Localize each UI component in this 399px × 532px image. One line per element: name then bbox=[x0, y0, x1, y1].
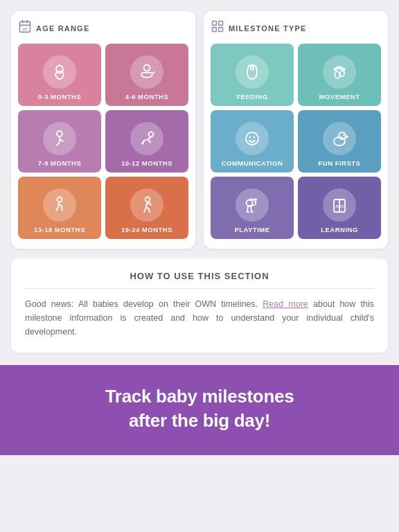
svg-point-6 bbox=[144, 65, 150, 71]
age-4-6[interactable]: 4-6 MONTHS bbox=[105, 44, 188, 106]
svg-point-8 bbox=[57, 131, 62, 136]
milestone-type-panel: MILESTONE TYPE FEEDING bbox=[204, 11, 388, 249]
age-range-panel: 23 AGE RANGE 0-3 MONTHS bbox=[11, 11, 195, 249]
svg-text:23: 23 bbox=[23, 27, 28, 31]
milestone-learning[interactable]: ABC LEARNING bbox=[298, 177, 381, 239]
baby-walk-icon bbox=[130, 188, 163, 222]
age-range-grid: 0-3 MONTHS 4-6 MONTHS bbox=[18, 44, 188, 239]
communication-label: COMMUNICATION bbox=[222, 159, 283, 167]
fun-firsts-label: FUN FIRSTS bbox=[319, 159, 361, 167]
milestone-type-grid: FEEDING MOVEMENT bbox=[211, 44, 381, 239]
age-0-3-label: 0-3 MONTHS bbox=[38, 93, 82, 100]
age-7-9-label: 7-9 MONTHS bbox=[38, 159, 82, 167]
age-range-title: AGE RANGE bbox=[36, 24, 89, 33]
svg-point-19 bbox=[339, 70, 344, 77]
svg-point-23 bbox=[343, 69, 345, 71]
learning-label: LEARNING bbox=[321, 226, 358, 233]
svg-point-24 bbox=[246, 132, 258, 145]
svg-point-11 bbox=[57, 197, 62, 202]
duck-icon bbox=[323, 122, 356, 155]
svg-line-32 bbox=[251, 206, 251, 212]
svg-point-25 bbox=[249, 136, 251, 138]
feeding-label: FEEDING bbox=[236, 93, 268, 100]
bottom-banner-text: Track baby milestonesafter the big day! bbox=[21, 384, 378, 433]
how-to-divider bbox=[25, 288, 374, 289]
how-to-title: HOW TO USE THIS SECTION bbox=[25, 271, 374, 281]
age-range-header: 23 AGE RANGE bbox=[18, 19, 188, 37]
svg-point-22 bbox=[340, 67, 342, 69]
age-10-12-label: 10-12 MONTHS bbox=[121, 159, 172, 167]
milestone-playtime[interactable]: PLAYTIME bbox=[211, 177, 294, 239]
svg-rect-14 bbox=[219, 21, 223, 26]
main-grid: 23 AGE RANGE 0-3 MONTHS bbox=[0, 0, 399, 249]
footprint-icon bbox=[323, 55, 356, 89]
milestone-feeding[interactable]: FEEDING bbox=[211, 44, 294, 106]
age-13-18-label: 13-18 MONTHS bbox=[34, 226, 85, 233]
milestone-type-title: MILESTONE TYPE bbox=[229, 24, 307, 33]
svg-line-10 bbox=[143, 141, 144, 144]
grid-icon bbox=[211, 19, 224, 37]
age-4-6-label: 4-6 MONTHS bbox=[125, 93, 169, 100]
baby-tummy-icon bbox=[130, 55, 163, 89]
milestone-communication[interactable]: COMMUNICATION bbox=[211, 110, 294, 172]
how-to-body-start: Good news: All babies develop on their O… bbox=[25, 299, 263, 309]
calendar-icon: 23 bbox=[18, 19, 32, 37]
horse-toy-icon bbox=[236, 188, 269, 222]
baby-kneel-icon bbox=[43, 188, 76, 222]
age-19-24-label: 19-24 MONTHS bbox=[121, 226, 172, 233]
bottom-banner: Track baby milestonesafter the big day! bbox=[0, 365, 399, 455]
baby-crawl-icon bbox=[130, 122, 163, 155]
svg-point-9 bbox=[149, 132, 154, 137]
svg-point-21 bbox=[337, 67, 339, 69]
age-13-18[interactable]: 13-18 MONTHS bbox=[18, 177, 101, 239]
how-to-use-section: HOW TO USE THIS SECTION Good news: All b… bbox=[11, 258, 388, 353]
svg-rect-15 bbox=[213, 28, 217, 32]
abc-book-icon: ABC bbox=[323, 188, 356, 222]
svg-point-29 bbox=[343, 134, 344, 136]
playtime-label: PLAYTIME bbox=[234, 226, 269, 233]
svg-line-7 bbox=[152, 72, 154, 73]
movement-label: MOVEMENT bbox=[319, 93, 360, 100]
svg-point-12 bbox=[145, 197, 150, 202]
svg-rect-16 bbox=[219, 28, 223, 32]
svg-line-31 bbox=[247, 206, 248, 212]
svg-point-26 bbox=[254, 136, 255, 138]
face-smile-icon bbox=[236, 122, 269, 155]
age-7-9[interactable]: 7-9 MONTHS bbox=[18, 110, 101, 172]
age-19-24[interactable]: 19-24 MONTHS bbox=[105, 177, 188, 239]
bib-icon bbox=[236, 55, 269, 89]
svg-rect-13 bbox=[213, 21, 217, 26]
baby-sit-icon bbox=[43, 122, 76, 155]
baby-swaddle-icon bbox=[43, 55, 76, 89]
svg-point-17 bbox=[251, 66, 254, 70]
how-to-text: Good news: All babies develop on their O… bbox=[25, 297, 374, 339]
read-more-link[interactable]: Read more bbox=[263, 299, 308, 309]
svg-text:ABC: ABC bbox=[335, 204, 345, 209]
age-10-12[interactable]: 10-12 MONTHS bbox=[105, 110, 188, 172]
milestone-header: MILESTONE TYPE bbox=[211, 19, 381, 37]
milestone-fun-firsts[interactable]: FUN FIRSTS bbox=[298, 110, 381, 172]
svg-point-20 bbox=[335, 69, 337, 71]
svg-point-18 bbox=[335, 71, 341, 78]
age-0-3[interactable]: 0-3 MONTHS bbox=[18, 44, 101, 106]
milestone-movement[interactable]: MOVEMENT bbox=[298, 44, 381, 106]
